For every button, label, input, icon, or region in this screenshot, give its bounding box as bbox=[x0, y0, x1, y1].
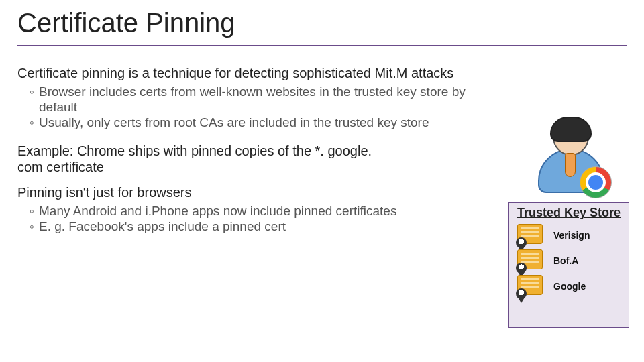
paragraph-3: Pinning isn't just for browsers bbox=[17, 184, 487, 200]
cert-entry: Verisign bbox=[515, 224, 623, 247]
chrome-logo-icon bbox=[580, 166, 612, 198]
bullet-item: Many Android and i.Phone apps now includ… bbox=[30, 203, 499, 219]
bullet-item: Usually, only certs from root CAs are in… bbox=[30, 115, 499, 130]
cert-label: Google bbox=[553, 281, 586, 292]
slide-title: Certificate Pinning bbox=[17, 8, 627, 38]
cert-entry: Bof.A bbox=[515, 249, 623, 272]
certificate-icon bbox=[515, 275, 544, 298]
paragraph-1: Certificate pinning is a technique for d… bbox=[17, 65, 487, 81]
bullet-item: Browser includes certs from well-known w… bbox=[30, 84, 499, 115]
user-avatar-icon bbox=[533, 118, 606, 192]
certificate-icon bbox=[515, 224, 544, 247]
bullet-item: E. g. Facebook's apps include a pinned c… bbox=[30, 219, 499, 234]
user-browser-illustration bbox=[533, 118, 606, 192]
trusted-key-store-panel: Trusted Key Store Verisign Bof.A Google bbox=[508, 202, 629, 328]
trusted-key-store-title: Trusted Key Store bbox=[513, 206, 625, 220]
paragraph-3-sublist: Many Android and i.Phone apps now includ… bbox=[17, 203, 499, 234]
cert-label: Verisign bbox=[553, 230, 590, 241]
slide: Certificate Pinning Certificate pinning … bbox=[0, 0, 644, 362]
certificate-icon bbox=[515, 249, 544, 272]
cert-entry: Google bbox=[515, 275, 623, 298]
title-row: Certificate Pinning bbox=[0, 0, 644, 41]
cert-label: Bof.A bbox=[553, 255, 578, 266]
paragraph-2: Example: Chrome ships with pinned copies… bbox=[17, 143, 393, 175]
paragraph-1-sublist: Browser includes certs from well-known w… bbox=[17, 84, 499, 131]
